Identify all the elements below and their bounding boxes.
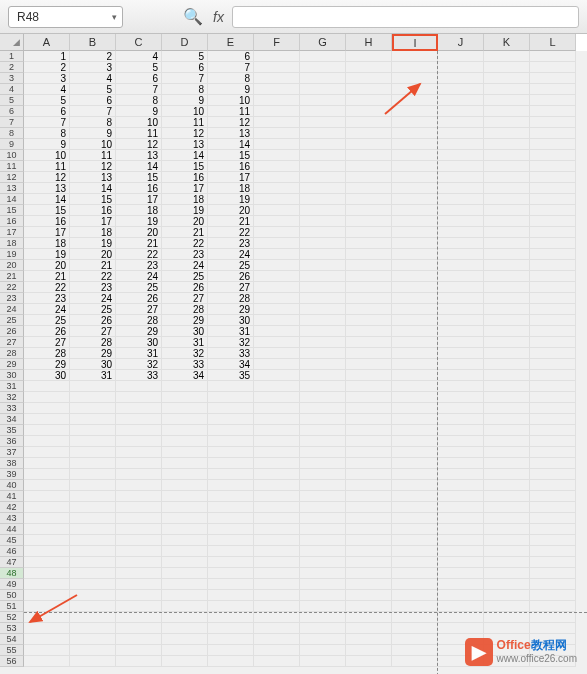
cell[interactable]	[24, 469, 70, 480]
cell[interactable]	[24, 524, 70, 535]
cell[interactable]	[300, 623, 346, 634]
cell[interactable]	[484, 315, 530, 326]
row-header-26[interactable]: 26	[0, 326, 24, 337]
cell[interactable]	[254, 260, 300, 271]
cell[interactable]: 30	[116, 337, 162, 348]
cell[interactable]	[254, 304, 300, 315]
row-header-31[interactable]: 31	[0, 381, 24, 392]
cell[interactable]	[438, 348, 484, 359]
cell[interactable]: 21	[162, 227, 208, 238]
cell[interactable]: 27	[70, 326, 116, 337]
cell[interactable]	[70, 557, 116, 568]
cell[interactable]: 9	[24, 139, 70, 150]
cell[interactable]	[392, 458, 438, 469]
cell[interactable]	[70, 480, 116, 491]
cell[interactable]: 22	[116, 249, 162, 260]
cell[interactable]: 17	[70, 216, 116, 227]
cell[interactable]	[484, 524, 530, 535]
cell[interactable]	[254, 645, 300, 656]
cell[interactable]: 20	[24, 260, 70, 271]
cell[interactable]	[254, 172, 300, 183]
cell[interactable]	[346, 491, 392, 502]
cell[interactable]: 6	[116, 73, 162, 84]
cell[interactable]	[254, 513, 300, 524]
cell[interactable]	[438, 128, 484, 139]
cell[interactable]	[254, 535, 300, 546]
cell[interactable]	[208, 381, 254, 392]
cell[interactable]	[254, 623, 300, 634]
cell[interactable]	[116, 469, 162, 480]
chevron-down-icon[interactable]: ▾	[112, 12, 117, 22]
cell[interactable]	[438, 249, 484, 260]
row-header-40[interactable]: 40	[0, 480, 24, 491]
cell[interactable]	[116, 579, 162, 590]
row-header-38[interactable]: 38	[0, 458, 24, 469]
cell[interactable]	[484, 348, 530, 359]
cell[interactable]	[392, 425, 438, 436]
row-header-39[interactable]: 39	[0, 469, 24, 480]
cell[interactable]	[70, 645, 116, 656]
cell[interactable]	[530, 480, 576, 491]
cell[interactable]	[438, 315, 484, 326]
cell[interactable]	[484, 392, 530, 403]
cell[interactable]: 17	[208, 172, 254, 183]
row-header-6[interactable]: 6	[0, 106, 24, 117]
column-header-K[interactable]: K	[484, 34, 530, 51]
cell[interactable]	[346, 348, 392, 359]
cell[interactable]	[254, 568, 300, 579]
cell[interactable]: 7	[116, 84, 162, 95]
cell[interactable]	[484, 403, 530, 414]
cell[interactable]: 17	[162, 183, 208, 194]
cell[interactable]	[530, 51, 576, 62]
cell[interactable]	[24, 403, 70, 414]
cell[interactable]: 16	[162, 172, 208, 183]
cell[interactable]	[346, 480, 392, 491]
cell[interactable]	[530, 337, 576, 348]
cell[interactable]	[392, 150, 438, 161]
cell[interactable]	[392, 73, 438, 84]
cell[interactable]	[300, 216, 346, 227]
column-header-G[interactable]: G	[300, 34, 346, 51]
cell[interactable]	[300, 271, 346, 282]
cell[interactable]	[346, 73, 392, 84]
cell[interactable]	[24, 436, 70, 447]
cell[interactable]: 8	[24, 128, 70, 139]
cell[interactable]	[70, 425, 116, 436]
cell[interactable]	[70, 535, 116, 546]
cell[interactable]	[392, 304, 438, 315]
cell[interactable]	[346, 216, 392, 227]
name-box[interactable]: R48 ▾	[8, 6, 123, 28]
cell[interactable]: 9	[208, 84, 254, 95]
cell[interactable]	[346, 612, 392, 623]
cell[interactable]	[162, 645, 208, 656]
cell[interactable]: 23	[24, 293, 70, 304]
cell[interactable]	[254, 161, 300, 172]
cell[interactable]	[254, 348, 300, 359]
cell[interactable]	[530, 612, 576, 623]
cell[interactable]	[392, 623, 438, 634]
cell[interactable]	[300, 51, 346, 62]
cell[interactable]	[530, 568, 576, 579]
row-header-16[interactable]: 16	[0, 216, 24, 227]
cell[interactable]: 21	[24, 271, 70, 282]
cell[interactable]	[346, 414, 392, 425]
cell[interactable]: 6	[162, 62, 208, 73]
cell[interactable]	[484, 194, 530, 205]
cell[interactable]	[24, 546, 70, 557]
cell[interactable]	[346, 194, 392, 205]
cell[interactable]	[162, 381, 208, 392]
cell[interactable]	[208, 469, 254, 480]
row-header-36[interactable]: 36	[0, 436, 24, 447]
cell[interactable]: 10	[208, 95, 254, 106]
cell[interactable]	[70, 623, 116, 634]
cell[interactable]: 20	[116, 227, 162, 238]
cell[interactable]	[162, 403, 208, 414]
cell[interactable]: 26	[208, 271, 254, 282]
cell[interactable]: 32	[116, 359, 162, 370]
cell[interactable]	[438, 370, 484, 381]
cell[interactable]: 4	[70, 73, 116, 84]
column-header-J[interactable]: J	[438, 34, 484, 51]
cell[interactable]	[70, 656, 116, 667]
cell[interactable]	[254, 370, 300, 381]
cell[interactable]	[392, 546, 438, 557]
